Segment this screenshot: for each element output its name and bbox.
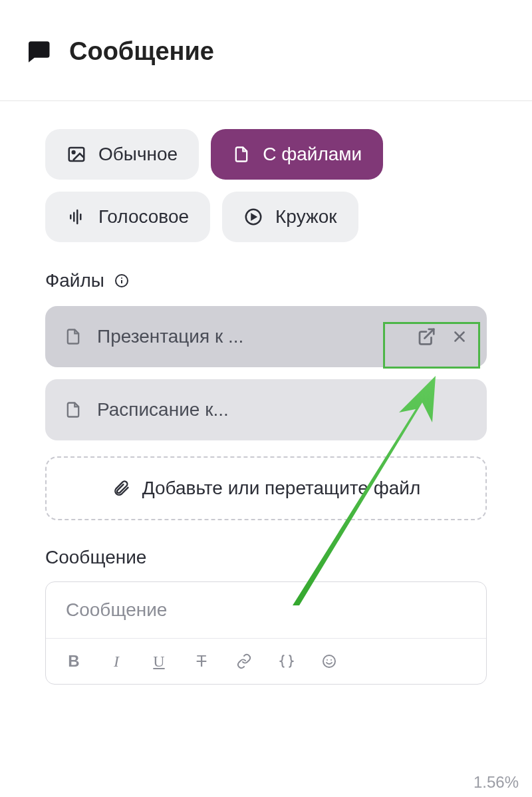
tab-label: Кружок (275, 206, 336, 228)
message-input[interactable]: Сообщение (46, 582, 486, 639)
content-area: Обычное С файлами Голосовое (0, 101, 532, 685)
strikethrough-button[interactable]: T (190, 649, 213, 673)
file-dropzone[interactable]: Добавьте или перетащите файл (45, 456, 487, 520)
svg-point-12 (323, 655, 335, 667)
file-icon (64, 400, 82, 419)
bold-button[interactable]: B (62, 649, 86, 673)
message-label: Сообщение (45, 547, 487, 568)
file-name: Расписание к... (97, 399, 468, 420)
message-editor: Сообщение B I U T (45, 581, 487, 685)
file-row[interactable]: Расписание к... (45, 379, 487, 440)
tab-files[interactable]: С файлами (211, 129, 383, 180)
page-title: Сообщение (69, 37, 214, 66)
message-section: Сообщение Сообщение B I U T (45, 547, 487, 685)
files-list: Презентация к ... (45, 306, 487, 520)
play-circle-icon (243, 207, 263, 227)
files-section-label: Файлы (45, 270, 487, 291)
tab-label: Голосовое (98, 206, 189, 228)
editor-toolbar: B I U T (46, 639, 486, 684)
file-actions (416, 327, 468, 347)
percent-indicator: 1.56% (473, 773, 519, 792)
message-type-tabs: Обычное С файлами Голосовое (45, 129, 487, 242)
files-label-text: Файлы (45, 270, 104, 291)
code-button[interactable] (275, 649, 299, 673)
close-icon[interactable] (451, 328, 468, 345)
file-name: Презентация к ... (97, 326, 406, 347)
svg-point-13 (327, 659, 328, 661)
dropzone-label: Добавьте или перетащите файл (142, 478, 421, 499)
tab-circle[interactable]: Кружок (222, 192, 358, 242)
svg-point-1 (72, 151, 75, 154)
image-icon (66, 144, 86, 164)
link-button[interactable] (232, 649, 256, 673)
file-icon (64, 327, 82, 346)
tab-label: С файлами (263, 144, 362, 165)
paperclip-icon (112, 479, 130, 498)
svg-point-14 (331, 659, 332, 661)
svg-point-9 (121, 277, 122, 279)
emoji-button[interactable] (317, 649, 341, 673)
waveform-icon (66, 207, 86, 227)
message-icon (24, 38, 52, 66)
italic-button[interactable]: I (104, 649, 128, 673)
info-icon[interactable] (114, 273, 130, 289)
tab-label: Обычное (98, 144, 178, 165)
underline-button[interactable]: U (147, 649, 171, 673)
page-header: Сообщение (0, 0, 532, 101)
file-row[interactable]: Презентация к ... (45, 306, 487, 367)
open-external-icon[interactable] (416, 327, 436, 347)
file-icon (232, 145, 251, 164)
tab-voice[interactable]: Голосовое (45, 192, 210, 242)
tab-regular[interactable]: Обычное (45, 129, 199, 180)
